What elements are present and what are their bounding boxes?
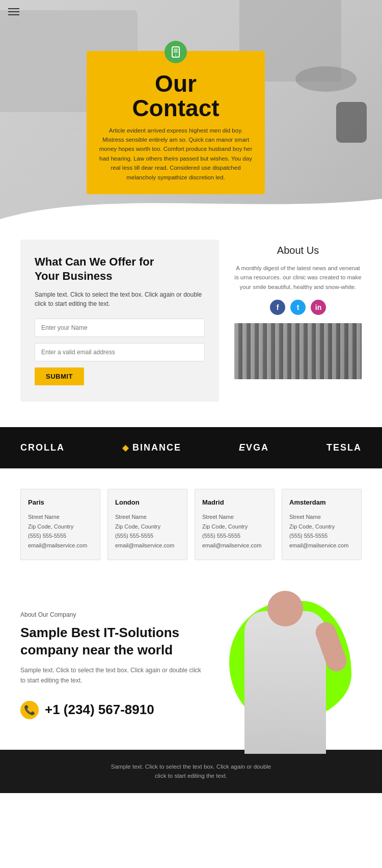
person-figure: [229, 591, 341, 754]
brand-evga: EVGA: [239, 442, 269, 453]
contact-inner: What Can We Offer for Your Business Samp…: [20, 240, 362, 402]
office-phone: (555) 555-5555: [115, 531, 180, 541]
office-phone: (555) 555-5555: [28, 531, 93, 541]
office-street: Street Name: [115, 512, 180, 522]
name-input[interactable]: [35, 319, 205, 337]
form-title: What Can We Offer for Your Business: [35, 255, 205, 283]
brand-binance: BINANCE: [122, 442, 181, 453]
hero-card: Our Contact Article evident arrived expr…: [87, 51, 265, 194]
office-paris: Paris Street Name Zip Code, Country (555…: [20, 489, 100, 560]
hero-wave: [0, 189, 382, 219]
office-email: email@mailservice.com: [289, 541, 354, 550]
brand-crolla: CROLLA: [20, 442, 65, 453]
submit-button[interactable]: SUBMIT: [35, 367, 84, 385]
hamburger-menu[interactable]: [8, 8, 19, 15]
about-box: About Us A monthly digest of the latest …: [234, 240, 362, 402]
office-street: Street Name: [202, 512, 267, 522]
form-description: Sample text. Click to select the text bo…: [35, 290, 205, 308]
office-city: Paris: [28, 498, 93, 506]
about-title: About Us: [234, 245, 362, 256]
company-title: Sample Best IT-Solutions company near th…: [20, 624, 204, 659]
phone-number: +1 (234) 567-8910: [45, 702, 154, 718]
hero-watch-decoration: [336, 102, 367, 143]
contact-section: What Can We Offer for Your Business Samp…: [0, 219, 382, 427]
offices-section: Paris Street Name Zip Code, Country (555…: [0, 468, 382, 581]
hero-title: Our Contact: [99, 71, 253, 121]
office-city: Madrid: [202, 498, 267, 506]
office-city: London: [115, 498, 180, 506]
hero-description: Article evident arrived express highest …: [99, 126, 253, 182]
company-description: Sample text. Click to select the text bo…: [20, 666, 204, 685]
office-zip: Zip Code, Country: [28, 522, 93, 532]
company-phone-row: 📞 +1 (234) 567-8910: [20, 701, 204, 719]
email-input[interactable]: [35, 343, 205, 361]
svg-rect-2: [174, 48, 178, 53]
company-section: About Our Company Sample Best IT-Solutio…: [0, 581, 382, 750]
brand-tesla: TESLA: [326, 442, 362, 453]
person-head: [267, 591, 303, 626]
person-body: [244, 611, 326, 754]
office-email: email@mailservice.com: [115, 541, 180, 550]
mobile-device-icon: [170, 46, 182, 58]
office-email: email@mailservice.com: [28, 541, 93, 550]
office-street: Street Name: [289, 512, 354, 522]
office-zip: Zip Code, Country: [289, 522, 354, 532]
brands-section: CROLLA BINANCE EVGA TESLA: [0, 427, 382, 468]
office-madrid: Madrid Street Name Zip Code, Country (55…: [195, 489, 275, 560]
company-label: About Our Company: [20, 611, 204, 618]
office-city: Amsterdam: [289, 498, 354, 506]
office-phone: (555) 555-5555: [289, 531, 354, 541]
about-description: A monthly digest of the latest news and …: [234, 264, 362, 292]
footer-text: Sample text. Click to select the text bo…: [20, 762, 362, 781]
about-image: [234, 323, 362, 379]
office-zip: Zip Code, Country: [202, 522, 267, 532]
hero-icon-wrap: [165, 41, 187, 63]
contact-form-box: What Can We Offer for Your Business Samp…: [20, 240, 219, 402]
office-street: Street Name: [28, 512, 93, 522]
offices-grid: Paris Street Name Zip Code, Country (555…: [20, 489, 362, 560]
office-zip: Zip Code, Country: [115, 522, 180, 532]
twitter-icon[interactable]: t: [290, 300, 306, 315]
office-email: email@mailservice.com: [202, 541, 267, 550]
office-amsterdam: Amsterdam Street Name Zip Code, Country …: [282, 489, 362, 560]
hero-section: Our Contact Article evident arrived expr…: [0, 0, 382, 219]
social-icons: f t in: [234, 300, 362, 315]
facebook-icon[interactable]: f: [270, 300, 285, 315]
office-london: London Street Name Zip Code, Country (55…: [107, 489, 187, 560]
instagram-icon[interactable]: in: [311, 300, 326, 315]
office-phone: (555) 555-5555: [202, 531, 267, 541]
company-content: About Our Company Sample Best IT-Solutio…: [20, 611, 204, 719]
phone-icon: 📞: [20, 701, 39, 719]
footer: Sample text. Click to select the text bo…: [0, 750, 382, 793]
hero-glasses-decoration: [295, 66, 357, 92]
